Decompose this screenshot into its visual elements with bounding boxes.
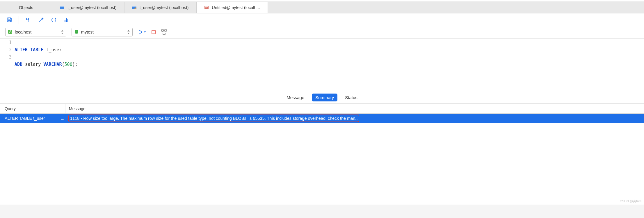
- tab-tuser-2[interactable]: t_user@mytest (localhost): [124, 2, 197, 13]
- result-message-cell: 1118 - Row size too large. The maximum r…: [65, 115, 644, 122]
- connection-value: localhost: [15, 30, 31, 34]
- tab-label: Untitled@mytest (localh...: [212, 5, 260, 10]
- connection-dropdown[interactable]: localhost: [5, 28, 66, 36]
- save-button[interactable]: [6, 16, 13, 23]
- connection-bar: localhost mytest: [0, 26, 644, 38]
- watermark: CSDN @吴free: [620, 199, 642, 203]
- sql-type: VARCHAR: [43, 62, 62, 67]
- result-query-text: ALTER TABLE t_user: [5, 116, 45, 121]
- svg-rect-11: [67, 19, 68, 22]
- result-tab-summary[interactable]: Summary: [312, 94, 337, 101]
- tab-label: t_user@mytest (localhost): [140, 5, 189, 10]
- result-tab-bar: Message Summary Status: [0, 91, 644, 104]
- toolbar-separator: [19, 16, 19, 24]
- line-number: 2: [0, 46, 12, 54]
- line-number: 1: [0, 39, 12, 46]
- svg-rect-14: [152, 30, 155, 34]
- svg-rect-10: [66, 18, 67, 22]
- error-message-text: 1118 - Row size too large. The maximum r…: [70, 116, 357, 121]
- code-snippet-button[interactable]: [50, 16, 57, 23]
- chevron-updown-icon: [127, 30, 130, 34]
- sql-editor[interactable]: 1 2 3 ALTER TABLE t_user ADD salary VARC…: [0, 38, 644, 91]
- explain-button[interactable]: [161, 29, 167, 35]
- editor-toolbar: [0, 13, 644, 26]
- database-dropdown[interactable]: mytest: [72, 28, 133, 36]
- format-button[interactable]: [25, 16, 32, 23]
- svg-rect-7: [7, 18, 11, 22]
- tab-tuser-1[interactable]: t_user@mytest (localhost): [52, 2, 124, 13]
- result-row[interactable]: ALTER TABLE t_user ... 1118 - Row size t…: [0, 114, 644, 123]
- beautify-button[interactable]: [38, 16, 45, 23]
- chart-button[interactable]: [63, 16, 70, 23]
- sql-keyword: ALTER: [15, 47, 28, 52]
- connection-icon: [8, 29, 13, 35]
- chevron-updown-icon: [61, 30, 64, 34]
- sql-punct: (: [62, 62, 65, 67]
- sql-keyword: ADD: [15, 62, 22, 67]
- database-value: mytest: [81, 30, 94, 34]
- sql-identifier: t_user: [46, 47, 62, 52]
- tab-objects[interactable]: Objects: [0, 2, 52, 13]
- svg-rect-8: [8, 20, 10, 22]
- svg-rect-12: [8, 30, 12, 34]
- sql-number: 500: [65, 62, 72, 67]
- result-tab-message[interactable]: Message: [283, 94, 308, 101]
- stop-button[interactable]: [151, 30, 156, 34]
- svg-rect-17: [163, 33, 165, 34]
- svg-point-13: [75, 30, 78, 31]
- svg-rect-3: [132, 6, 136, 7]
- tab-label: Objects: [19, 5, 33, 10]
- svg-rect-6: [205, 8, 207, 8]
- tab-bar: Objects t_user@mytest (localhost) t_user…: [0, 2, 644, 13]
- run-button[interactable]: [138, 29, 146, 35]
- error-message-highlight: 1118 - Row size too large. The maximum r…: [68, 115, 359, 122]
- result-query-cell: ALTER TABLE t_user ...: [0, 116, 65, 121]
- line-number: 3: [0, 54, 12, 61]
- sql-code[interactable]: ALTER TABLE t_user ADD salary VARCHAR(50…: [15, 38, 78, 91]
- result-tab-status[interactable]: Status: [341, 94, 361, 101]
- query-icon: [204, 5, 209, 10]
- table-icon: [60, 5, 65, 10]
- blank-area: CSDN @吴free: [0, 123, 644, 205]
- tab-label: t_user@mytest (localhost): [67, 5, 117, 10]
- tab-untitled-query[interactable]: Untitled@mytest (localh...: [196, 2, 268, 13]
- svg-rect-1: [60, 6, 64, 7]
- sql-punct: );: [72, 62, 78, 67]
- table-edit-icon: [132, 5, 137, 10]
- line-gutter: 1 2 3: [0, 38, 15, 91]
- chevron-down-icon: [144, 31, 146, 33]
- svg-rect-16: [165, 30, 167, 31]
- column-query[interactable]: Query: [0, 104, 65, 113]
- sql-keyword: TABLE: [30, 47, 43, 52]
- svg-rect-15: [161, 30, 163, 31]
- svg-rect-9: [65, 20, 65, 22]
- ellipsis: ...: [61, 116, 65, 121]
- database-icon: [74, 29, 79, 35]
- sql-identifier: salary: [25, 62, 41, 67]
- svg-rect-5: [205, 6, 208, 7]
- column-message[interactable]: Message: [65, 106, 644, 111]
- result-header: Query Message: [0, 104, 644, 114]
